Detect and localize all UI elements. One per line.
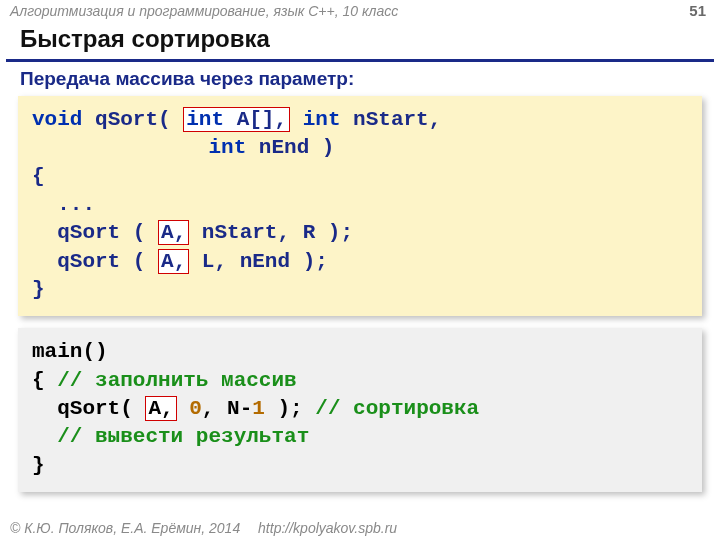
number-literal: 0 [189,397,202,420]
code-text [177,397,190,420]
number-literal: 1 [252,397,265,420]
kw-int: int [186,108,224,131]
code-text: nEnd ) [246,136,334,159]
code-text [32,136,208,159]
code-text: } [32,278,45,301]
code-text: qSort ( [32,221,158,244]
highlight-arg-a1: A, [158,220,189,245]
code-text: L, nEnd ); [189,250,328,273]
kw-void: void [32,108,82,131]
code-block-qsort: void qSort( int A[], int nStart, int nEn… [18,96,702,316]
course-label: Алгоритмизация и программирование, язык … [10,3,398,19]
footer-strip: © К.Ю. Поляков, Е.А. Ерёмин, 2014 http:/… [10,520,397,536]
page-title: Быстрая сортировка [6,21,714,62]
code-text: nStart, R ); [189,221,353,244]
comment: // заполнить массив [57,369,296,392]
code-text: qSort( [82,108,183,131]
source-url: http://kpolyakov.spb.ru [258,520,397,536]
code-text: nStart, [341,108,442,131]
highlight-param-array: int A[], [183,107,290,132]
code-text: { [32,165,45,188]
section-subhead: Передача массива через параметр: [0,62,720,96]
code-text: qSort( [32,397,145,420]
code-text: { [32,369,57,392]
comment: // вывести результат [32,425,309,448]
code-text: } [32,454,45,477]
header-strip: Алгоритмизация и программирование, язык … [0,0,720,21]
code-block-main: main() { // заполнить массив qSort( A, 0… [18,328,702,492]
highlight-arg-a3: A, [145,396,176,421]
page-number: 51 [689,2,706,19]
kw-int: int [208,136,246,159]
code-text: ); [265,397,315,420]
code-text: A[], [224,108,287,131]
code-text [290,108,303,131]
copyright-label: © К.Ю. Поляков, Е.А. Ерёмин, 2014 [10,520,240,536]
code-text: main() [32,340,108,363]
code-text: qSort ( [32,250,158,273]
comment: // сортировка [315,397,479,420]
kw-int: int [303,108,341,131]
code-text: , N- [202,397,252,420]
highlight-arg-a2: A, [158,249,189,274]
code-text: ... [32,193,95,216]
